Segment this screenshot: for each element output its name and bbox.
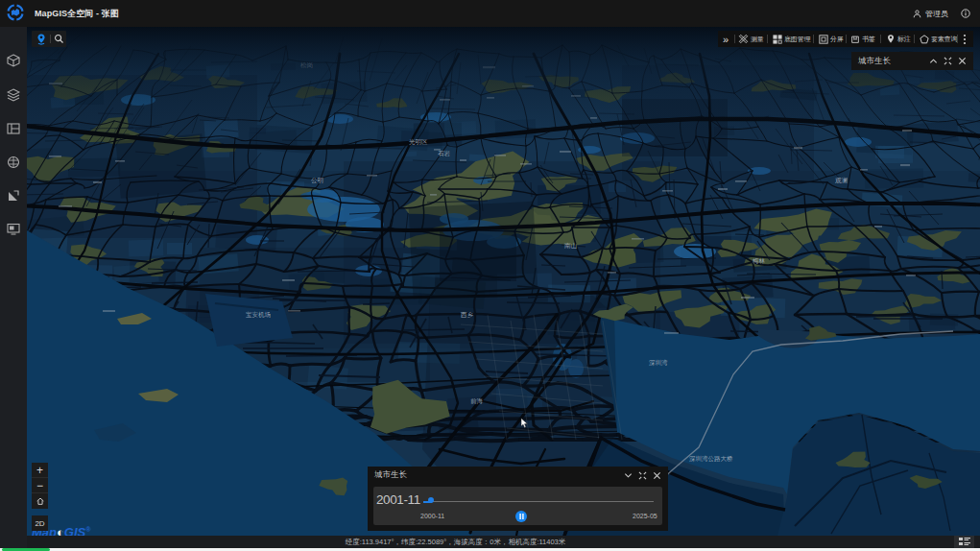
svg-text:宝安机场: 宝安机场 (246, 311, 271, 319)
svg-text:梅林: 梅林 (752, 257, 766, 265)
svg-text:西乡: 西乡 (460, 311, 474, 319)
svg-text:深圳湾公路大桥: 深圳湾公路大桥 (689, 455, 733, 463)
svg-text:前海: 前海 (470, 397, 484, 405)
svg-text:公明: 公明 (311, 177, 323, 183)
svg-text:南山: 南山 (564, 242, 578, 249)
svg-text:深圳湾: 深圳湾 (649, 359, 668, 367)
svg-text:光明区: 光明区 (409, 138, 428, 146)
svg-text:观澜: 观澜 (835, 177, 848, 184)
svg-text:石岩: 石岩 (438, 150, 451, 157)
